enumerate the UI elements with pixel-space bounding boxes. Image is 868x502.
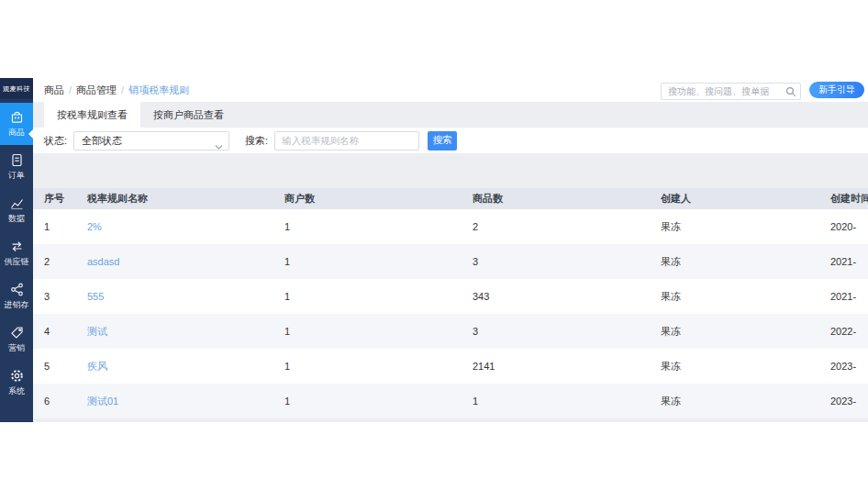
creator: 果冻: [661, 395, 830, 408]
content-spacer: [33, 153, 868, 188]
table-row: 3 555 1 343 果冻 2021-: [33, 279, 868, 314]
table-row: 2 asdasd 1 3 果冻 2021-: [33, 244, 868, 279]
app-logo: 观麦科技: [0, 78, 33, 99]
rule-name-link[interactable]: 测试: [87, 325, 284, 339]
product-count: 2141: [473, 361, 661, 372]
col-created: 创建时间: [830, 192, 868, 206]
sidebar-item-label: 营销: [8, 342, 25, 354]
merchant-count: 1: [284, 361, 473, 372]
chart-icon: [9, 195, 25, 211]
product-count: 3: [473, 326, 661, 337]
tab-by-merchant-goods[interactable]: 按商户商品查看: [140, 102, 237, 128]
status-select-value: 全部状态: [82, 135, 122, 146]
global-search: [661, 82, 801, 99]
merchant-count: 1: [284, 256, 473, 267]
product-count: 1: [473, 396, 661, 407]
created-time: 2023-: [830, 396, 868, 407]
product-count: 343: [473, 291, 661, 302]
col-index: 序号: [44, 192, 87, 206]
sidebar-item-inventory[interactable]: 进销存: [0, 275, 33, 318]
sidebar-item-label: 数据: [8, 213, 25, 225]
rule-name-link[interactable]: 测试01: [87, 395, 284, 408]
breadcrumb: 商品 / 商品管理 / 销项税率规则: [44, 84, 189, 97]
sidebar-item-label: 订单: [8, 170, 25, 182]
created-time: 2021-: [830, 256, 868, 267]
creator: 果冻: [661, 290, 830, 304]
rule-name-input[interactable]: [274, 131, 419, 151]
creator: 果冻: [661, 220, 830, 234]
creator: 果冻: [661, 325, 830, 339]
sidebar-item-label: 系统: [8, 385, 25, 397]
table-row: 1 2% 1 2 果冻 2020-: [33, 209, 868, 244]
tab-bar: 按税率规则查看 按商户商品查看: [33, 102, 868, 128]
main-content: 商品 / 商品管理 / 销项税率规则 新手引导 按税率规则查: [33, 78, 868, 422]
sidebar-item-label: 供应链: [5, 256, 29, 268]
row-index: 1: [44, 221, 87, 232]
breadcrumb-level1[interactable]: 商品: [44, 84, 64, 97]
created-time: 2022-: [830, 326, 868, 337]
sidebar-item-goods[interactable]: 商品: [0, 103, 33, 145]
row-index: 2: [44, 256, 87, 267]
gear-icon: [9, 368, 25, 384]
merchant-count: 1: [284, 221, 473, 232]
sidebar-item-data[interactable]: 数据: [0, 189, 33, 231]
search-label: 搜索:: [245, 134, 268, 148]
merchant-count: 1: [284, 396, 473, 407]
product-count: 2: [473, 221, 661, 232]
creator: 果冻: [661, 360, 830, 374]
tax-rule-table: 序号 税率规则名称 商户数 商品数 创建人 创建时间 1 2% 1 2 果冻 2…: [33, 188, 868, 418]
table-row: 5 疾风 1 2141 果冻 2023-: [33, 349, 868, 384]
rule-name-link[interactable]: asdasd: [87, 256, 284, 267]
sidebar-item-label: 进销存: [5, 299, 29, 311]
sidebar-item-supply-chain[interactable]: 供应链: [0, 232, 33, 274]
topbar-right: 新手引导: [661, 82, 864, 99]
created-time: 2021-: [830, 291, 868, 302]
top-bar: 商品 / 商品管理 / 销项税率规则 新手引导: [33, 78, 868, 102]
product-count: 3: [473, 256, 661, 267]
col-rule-name: 税率规则名称: [87, 192, 284, 206]
created-time: 2020-: [830, 221, 868, 232]
breadcrumb-current: 销项税率规则: [128, 84, 189, 97]
bag-icon: [9, 109, 25, 125]
sidebar-item-marketing[interactable]: 营销: [0, 318, 33, 361]
global-search-input[interactable]: [661, 83, 801, 100]
row-index: 4: [44, 326, 87, 337]
row-index: 6: [44, 396, 87, 407]
breadcrumb-level2[interactable]: 商品管理: [76, 84, 117, 97]
filter-bar: 状态: 全部状态 搜索: 搜索: [33, 128, 868, 153]
tab-by-tax-rule[interactable]: 按税率规则查看: [44, 102, 140, 128]
breadcrumb-separator: /: [121, 84, 124, 95]
order-icon: [9, 152, 25, 168]
rule-name-link[interactable]: 疾风: [87, 360, 284, 374]
search-icon[interactable]: [785, 84, 796, 101]
table-row: 4 测试 1 3 果冻 2022-: [33, 314, 868, 349]
sidebar-menu: 商品 订单 数据: [0, 103, 33, 405]
col-creator: 创建人: [661, 192, 830, 206]
table-header-row: 序号 税率规则名称 商户数 商品数 创建人 创建时间: [33, 188, 868, 209]
sidebar-item-orders[interactable]: 订单: [0, 146, 33, 188]
status-label: 状态:: [44, 134, 67, 148]
merchant-count: 1: [284, 326, 473, 337]
sidebar: 观麦科技 商品 订单: [0, 78, 33, 422]
row-index: 5: [44, 361, 87, 372]
table-row: 6 测试01 1 1 果冻 2023-: [33, 384, 868, 418]
merchant-count: 1: [284, 291, 473, 302]
creator: 果冻: [661, 255, 830, 269]
breadcrumb-separator: /: [69, 84, 72, 95]
app-window: 观麦科技 商品 订单: [0, 78, 868, 422]
rule-name-link[interactable]: 555: [87, 291, 284, 302]
chevron-down-icon: [215, 139, 223, 156]
newbie-guide-button[interactable]: 新手引导: [809, 82, 864, 98]
row-index: 3: [44, 291, 87, 302]
share-nodes-icon: [9, 282, 25, 297]
sidebar-item-system[interactable]: 系统: [0, 362, 33, 404]
search-button[interactable]: 搜索: [428, 131, 457, 151]
supply-arrows-icon: [9, 239, 25, 254]
status-select[interactable]: 全部状态: [73, 131, 229, 151]
created-time: 2023-: [830, 361, 868, 372]
sidebar-item-label: 商品: [8, 127, 25, 139]
col-merchants: 商户数: [284, 192, 473, 206]
rule-name-link[interactable]: 2%: [87, 221, 284, 232]
col-products: 商品数: [473, 192, 661, 206]
tag-icon: [9, 325, 25, 340]
